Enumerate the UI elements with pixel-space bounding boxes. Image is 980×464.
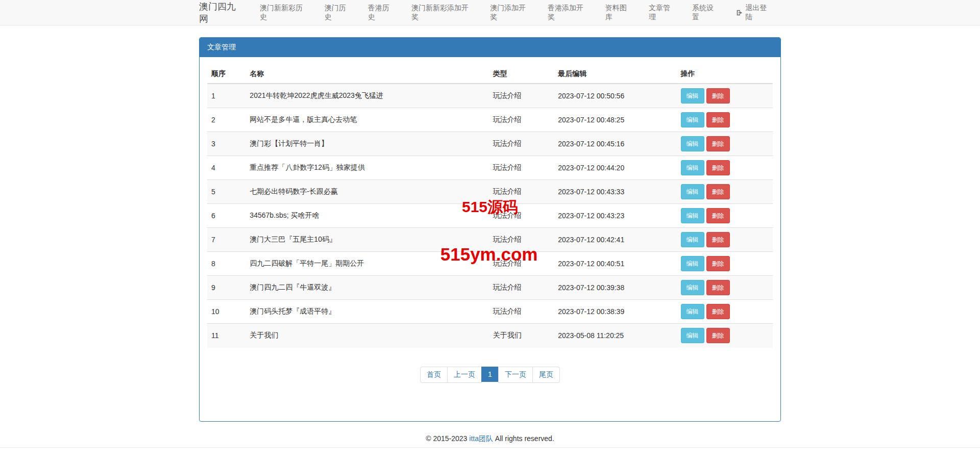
cell-type: 关于我们 — [489, 324, 554, 348]
table-row: 5 七期必出特码数字-长跟必赢 玩法介绍 2023-07-12 00:43:33… — [207, 180, 773, 204]
delete-button[interactable]: 删除 — [706, 136, 730, 151]
main-content: 文章管理 顺序 名称 类型 最后编辑 操作 1 — [199, 37, 781, 444]
column-header-name: 名称 — [246, 65, 488, 84]
edit-button[interactable]: 编辑 — [681, 328, 704, 343]
footer-copyright-prefix: © 2015-2023 — [426, 434, 469, 443]
column-header-order: 顺序 — [207, 65, 246, 84]
cell-order: 11 — [207, 324, 246, 348]
cell-last-edited: 2023-07-12 00:39:38 — [554, 276, 676, 300]
cell-order: 4 — [207, 156, 246, 180]
panel-title: 文章管理 — [200, 38, 780, 57]
cell-actions: 编辑删除 — [677, 324, 773, 348]
cell-actions: 编辑删除 — [677, 180, 773, 204]
table-row: 10 澳门码头托梦『成语平特』 玩法介绍 2023-07-12 00:38:39… — [207, 300, 773, 324]
pagination-prev[interactable]: 上一页 — [447, 367, 482, 383]
cell-actions: 编辑删除 — [677, 228, 773, 252]
cell-actions: 编辑删除 — [677, 252, 773, 276]
cell-last-edited: 2023-07-12 00:40:51 — [554, 252, 676, 276]
cell-type: 玩法介绍 — [489, 84, 554, 108]
cell-name: 四九二四破解「平特一尾」期期公开 — [246, 252, 488, 276]
edit-button[interactable]: 编辑 — [681, 160, 704, 175]
cell-order: 6 — [207, 204, 246, 228]
edit-button[interactable]: 编辑 — [681, 256, 704, 271]
article-table: 顺序 名称 类型 最后编辑 操作 1 2021牛转乾坤2022虎虎生威2023兔… — [207, 65, 773, 348]
edit-button[interactable]: 编辑 — [681, 232, 704, 247]
edit-button[interactable]: 编辑 — [681, 280, 704, 295]
cell-name: 重点推荐「八卦数字12码」独家提供 — [246, 156, 488, 180]
delete-button[interactable]: 删除 — [706, 280, 730, 295]
cell-order: 2 — [207, 108, 246, 132]
cell-last-edited: 2023-07-12 00:48:25 — [554, 108, 676, 132]
cell-order: 3 — [207, 132, 246, 156]
nav-item-macau-history[interactable]: 澳门历史 — [317, 0, 360, 25]
cell-type: 玩法介绍 — [489, 132, 554, 156]
nav-item-logout[interactable]: 退出登陆 — [728, 0, 781, 25]
pagination-last[interactable]: 尾页 — [532, 367, 560, 383]
cell-type: 玩法介绍 — [489, 276, 554, 300]
cell-actions: 编辑删除 — [677, 132, 773, 156]
nav-item-macau-add-draw[interactable]: 澳门添加开奖 — [482, 0, 540, 25]
pagination-first[interactable]: 首页 — [420, 367, 448, 383]
cell-last-edited: 2023-07-12 00:43:33 — [554, 180, 676, 204]
delete-button[interactable]: 删除 — [706, 88, 730, 104]
nav-item-logout-label: 退出登陆 — [745, 4, 773, 22]
delete-button[interactable]: 删除 — [706, 112, 730, 127]
cell-type: 玩法介绍 — [489, 228, 554, 252]
delete-button[interactable]: 删除 — [706, 232, 730, 247]
cell-type: 玩法介绍 — [489, 108, 554, 132]
edit-button[interactable]: 编辑 — [681, 184, 704, 199]
table-row: 2 网站不是多牛逼，版主真心去动笔 玩法介绍 2023-07-12 00:48:… — [207, 108, 773, 132]
column-header-actions: 操作 — [677, 65, 773, 84]
table-row: 8 四九二四破解「平特一尾」期期公开 玩法介绍 2023-07-12 00:40… — [207, 252, 773, 276]
nav-item-hk-add-draw[interactable]: 香港添加开奖 — [540, 0, 598, 25]
brand[interactable]: 澳门四九网 — [199, 0, 252, 25]
nav-item-macau-new-history[interactable]: 澳门新新彩历史 — [252, 0, 317, 25]
table-row: 9 澳门四九二四『牛逼双波』 玩法介绍 2023-07-12 00:39:38 … — [207, 276, 773, 300]
cell-type: 玩法介绍 — [489, 204, 554, 228]
pagination-next[interactable]: 下一页 — [498, 367, 533, 383]
footer-team-link[interactable]: itta团队 — [469, 434, 493, 443]
cell-name: 澳门彩【计划平特一肖】 — [246, 132, 488, 156]
cell-type: 玩法介绍 — [489, 156, 554, 180]
edit-button[interactable]: 编辑 — [681, 304, 704, 319]
delete-button[interactable]: 删除 — [706, 184, 730, 199]
cell-last-edited: 2023-07-12 00:45:16 — [554, 132, 676, 156]
nav-item-article-management[interactable]: 文章管理 — [641, 0, 684, 25]
cell-order: 5 — [207, 180, 246, 204]
delete-button[interactable]: 删除 — [706, 160, 730, 175]
edit-button[interactable]: 编辑 — [681, 88, 704, 104]
edit-button[interactable]: 编辑 — [681, 112, 704, 127]
cell-name: 关于我们 — [246, 324, 488, 348]
edit-button[interactable]: 编辑 — [681, 136, 704, 151]
edit-button[interactable]: 编辑 — [681, 208, 704, 223]
nav-item-gallery[interactable]: 资料图库 — [598, 0, 641, 25]
cell-last-edited: 2023-07-12 00:38:39 — [554, 300, 676, 324]
cell-name: 34567b.sbs; 买啥开啥 — [246, 204, 488, 228]
cell-actions: 编辑删除 — [677, 156, 773, 180]
cell-actions: 编辑删除 — [677, 276, 773, 300]
delete-button[interactable]: 删除 — [706, 256, 730, 271]
delete-button[interactable]: 删除 — [706, 304, 730, 319]
table-row: 7 澳门大三巴『五尾主10码』 玩法介绍 2023-07-12 00:42:41… — [207, 228, 773, 252]
nav-item-system-settings[interactable]: 系统设置 — [684, 0, 728, 25]
cell-name: 七期必出特码数字-长跟必赢 — [246, 180, 488, 204]
delete-button[interactable]: 删除 — [706, 208, 730, 223]
cell-order: 8 — [207, 252, 246, 276]
pagination: 首页 上一页 1 下一页 尾页 — [207, 367, 773, 383]
table-row: 3 澳门彩【计划平特一肖】 玩法介绍 2023-07-12 00:45:16 编… — [207, 132, 773, 156]
table-header-row: 顺序 名称 类型 最后编辑 操作 — [207, 65, 773, 84]
nav-menu: 澳门新新彩历史 澳门历史 香港历史 澳门新新彩添加开奖 澳门添加开奖 香港添加开… — [252, 0, 781, 25]
nav-item-hk-history[interactable]: 香港历史 — [360, 0, 404, 25]
cell-name: 澳门四九二四『牛逼双波』 — [246, 276, 488, 300]
delete-button[interactable]: 删除 — [706, 328, 730, 343]
panel-body: 顺序 名称 类型 最后编辑 操作 1 2021牛转乾坤2022虎虎生威2023兔… — [200, 57, 780, 421]
bottom-divider — [0, 447, 980, 448]
cell-name: 网站不是多牛逼，版主真心去动笔 — [246, 108, 488, 132]
cell-order: 10 — [207, 300, 246, 324]
cell-type: 玩法介绍 — [489, 180, 554, 204]
cell-name: 澳门大三巴『五尾主10码』 — [246, 228, 488, 252]
nav-item-macau-new-add-draw[interactable]: 澳门新新彩添加开奖 — [404, 0, 482, 25]
cell-actions: 编辑删除 — [677, 204, 773, 228]
table-row: 1 2021牛转乾坤2022虎虎生威2023兔飞猛进 玩法介绍 2023-07-… — [207, 84, 773, 108]
pagination-page-1[interactable]: 1 — [481, 367, 499, 382]
